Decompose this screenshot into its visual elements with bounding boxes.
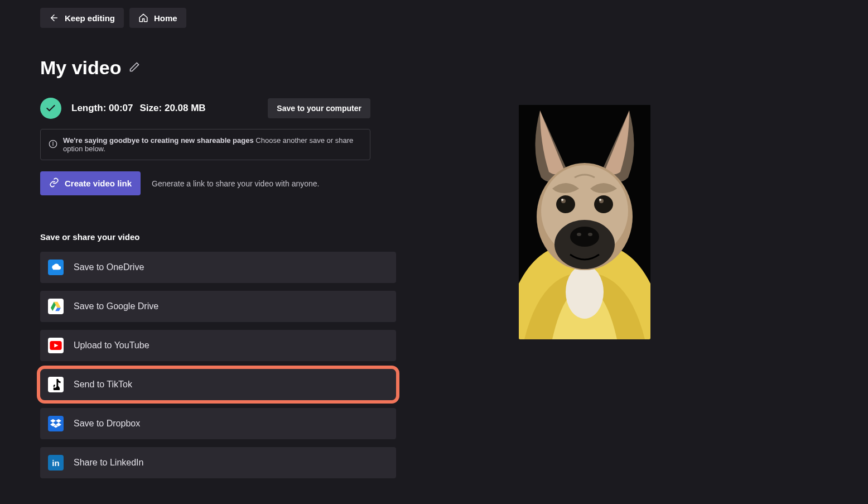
svg-point-27 <box>599 199 601 201</box>
share-option-dropbox[interactable]: Save to Dropbox <box>40 408 396 439</box>
onedrive-icon <box>48 260 64 275</box>
svg-marker-5 <box>55 308 61 311</box>
svg-point-22 <box>556 195 575 213</box>
share-option-googledrive[interactable]: Save to Google Drive <box>40 291 396 322</box>
create-link-label: Create video link <box>65 179 132 188</box>
keep-editing-label: Keep editing <box>65 13 115 23</box>
share-option-label: Send to TikTok <box>74 380 132 390</box>
share-option-label: Save to Dropbox <box>74 419 140 429</box>
notice-bold: We're saying goodbye to creating new sha… <box>63 136 254 145</box>
svg-marker-10 <box>56 419 61 423</box>
home-label: Home <box>154 13 177 23</box>
share-section-heading: Save or share your video <box>40 232 424 242</box>
video-preview-thumbnail[interactable] <box>519 105 650 339</box>
share-option-linkedin[interactable]: inShare to LinkedIn <box>40 447 396 478</box>
share-option-youtube[interactable]: Upload to YouTube <box>40 330 396 361</box>
svg-point-23 <box>594 195 613 213</box>
video-info: Length: 00:07Size: 20.08 MB <box>71 103 206 114</box>
home-button[interactable]: Home <box>129 8 186 28</box>
video-length: Length: 00:07 <box>71 103 133 113</box>
tiktok-icon <box>48 377 64 392</box>
svg-point-15 <box>566 265 604 319</box>
deprecation-notice: We're saying goodbye to creating new sha… <box>40 129 370 160</box>
create-link-description: Generate a link to share your video with… <box>152 179 319 188</box>
share-option-label: Share to LinkedIn <box>74 458 143 468</box>
google-drive-icon <box>48 299 64 314</box>
share-option-onedrive[interactable]: Save to OneDrive <box>40 252 396 283</box>
home-icon <box>138 13 148 23</box>
svg-point-21 <box>588 233 592 236</box>
share-option-label: Save to OneDrive <box>74 262 144 272</box>
status-success-icon <box>40 98 61 119</box>
linkedin-icon: in <box>48 455 64 471</box>
svg-point-26 <box>561 199 563 201</box>
dropbox-icon <box>48 416 64 431</box>
arrow-left-icon <box>49 13 59 23</box>
share-option-label: Upload to YouTube <box>74 340 150 351</box>
header-buttons: Keep editing Home <box>40 8 424 28</box>
svg-point-3 <box>53 142 54 142</box>
create-video-link-button[interactable]: Create video link <box>40 171 141 195</box>
link-icon <box>49 177 59 189</box>
svg-point-19 <box>570 227 599 247</box>
share-options-list: Save to OneDriveSave to Google DriveUplo… <box>40 252 396 478</box>
video-size: Size: 20.08 MB <box>140 103 206 113</box>
pencil-icon[interactable] <box>129 61 140 75</box>
info-icon <box>49 140 57 150</box>
youtube-icon <box>48 338 64 353</box>
svg-point-20 <box>577 233 581 236</box>
save-to-computer-button[interactable]: Save to your computer <box>268 98 370 118</box>
page-title: My video <box>40 57 121 79</box>
keep-editing-button[interactable]: Keep editing <box>40 8 124 28</box>
share-option-label: Save to Google Drive <box>74 301 158 311</box>
share-option-tiktok[interactable]: Send to TikTok <box>40 369 396 400</box>
svg-marker-9 <box>50 419 56 423</box>
